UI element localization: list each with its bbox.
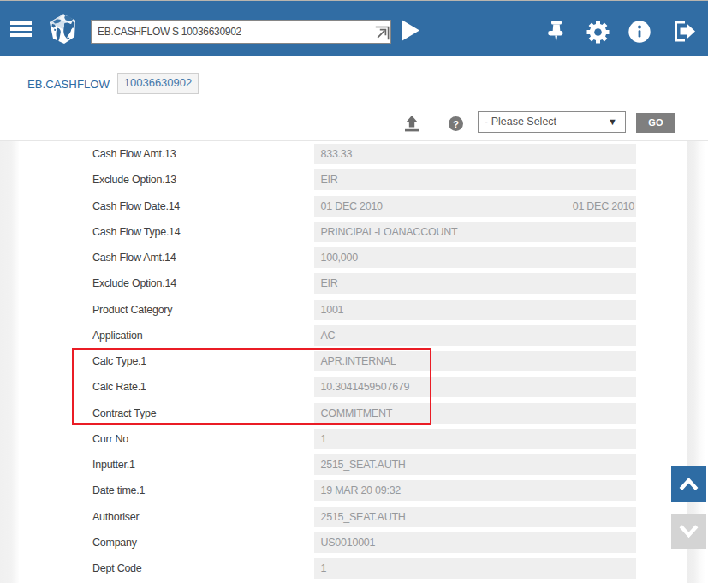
svg-text:?: ? <box>452 119 458 129</box>
